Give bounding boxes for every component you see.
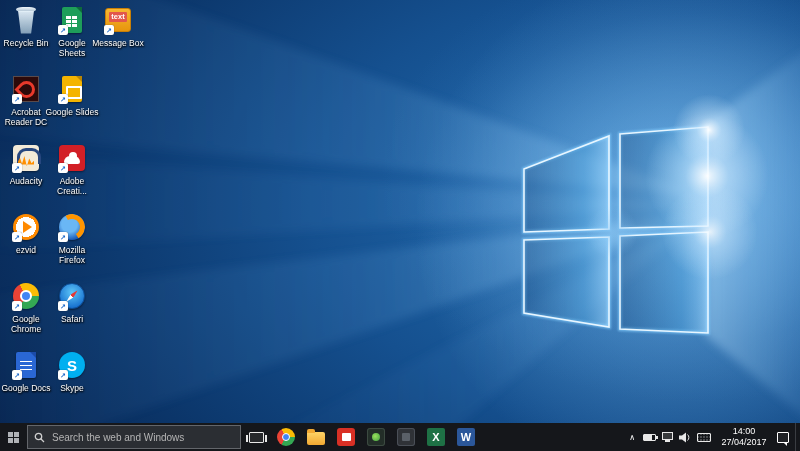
desktop-icon-label: Adobe Creati...: [45, 176, 99, 196]
show-desktop-button[interactable]: [795, 423, 799, 451]
action-center-button[interactable]: [777, 423, 789, 451]
desktop-icon-safari[interactable]: ↗ Safari: [49, 281, 95, 324]
shortcut-arrow-icon: ↗: [58, 370, 68, 380]
desktop-icon-label: Skype: [45, 383, 99, 393]
shortcut-arrow-icon: ↗: [104, 25, 114, 35]
task-view-button[interactable]: [241, 423, 271, 451]
clock-time: 14:00: [720, 426, 768, 437]
touch-keyboard-icon[interactable]: [697, 423, 711, 451]
network-icon[interactable]: [662, 423, 673, 451]
search-input[interactable]: [50, 431, 234, 444]
desktop-icon-recycle-bin[interactable]: Recycle Bin: [3, 5, 49, 48]
desktop-icon-label: Google Slides: [45, 107, 99, 117]
taskbar-app-file-explorer[interactable]: [301, 423, 331, 451]
desktop-icon-mozilla-firefox[interactable]: ↗ Mozilla Firefox: [49, 212, 95, 265]
search-icon: [34, 432, 45, 443]
taskbar-app-excel[interactable]: X: [421, 423, 451, 451]
taskbar-search[interactable]: [27, 425, 241, 449]
task-view-icon: [249, 432, 264, 443]
windows-desktop-screen: Recycle Bin ↗ Google Sheets text ↗ Messa…: [0, 0, 800, 451]
desktop[interactable]: Recycle Bin ↗ Google Sheets text ↗ Messa…: [0, 0, 800, 423]
wallpaper-flare: [586, 206, 638, 258]
desktop-icon-message-box[interactable]: text ↗ Message Box: [95, 5, 141, 48]
green-app-icon: [367, 428, 385, 446]
shortcut-arrow-icon: ↗: [12, 94, 22, 104]
shortcut-arrow-icon: ↗: [58, 25, 68, 35]
desktop-icon-label: Message Box: [91, 38, 145, 48]
desktop-icon-google-sheets[interactable]: ↗ Google Sheets: [49, 5, 95, 58]
taskbar-app-green[interactable]: [361, 423, 391, 451]
desktop-icon-audacity[interactable]: ↗ Audacity: [3, 143, 49, 186]
word-icon: W: [457, 428, 475, 446]
desktop-icon-google-slides[interactable]: ↗ Google Slides: [49, 74, 95, 117]
action-center-icon: [777, 432, 789, 443]
desktop-icon-skype[interactable]: S ↗ Skype: [49, 350, 95, 393]
chrome-icon: [277, 428, 295, 446]
windows-start-icon: [8, 432, 19, 443]
taskbar: X W ∧ 14:00 27/04/2017: [0, 423, 800, 451]
taskbar-clock[interactable]: 14:00 27/04/2017: [720, 426, 768, 449]
taskbar-app-chrome[interactable]: [271, 423, 301, 451]
shortcut-arrow-icon: ↗: [12, 232, 22, 242]
folder-icon: [307, 432, 325, 445]
hidden-icons-chevron-icon[interactable]: ∧: [627, 423, 637, 451]
shortcut-arrow-icon: ↗: [12, 370, 22, 380]
desktop-icon-label: Mozilla Firefox: [45, 245, 99, 265]
red-app-icon: [337, 428, 355, 446]
desktop-icon-google-chrome[interactable]: ↗ Google Chrome: [3, 281, 49, 334]
taskbar-app-red[interactable]: [331, 423, 361, 451]
shortcut-arrow-icon: ↗: [12, 301, 22, 311]
shortcut-arrow-icon: ↗: [12, 163, 22, 173]
dark-app-icon: [397, 428, 415, 446]
wallpaper-flare: [673, 94, 745, 166]
wallpaper: [0, 0, 800, 423]
desktop-icon-acrobat-reader-dc[interactable]: ↗ Acrobat Reader DC: [3, 74, 49, 127]
shortcut-arrow-icon: ↗: [58, 301, 68, 311]
start-button[interactable]: [0, 423, 27, 451]
taskbar-app-dark[interactable]: [391, 423, 421, 451]
desktop-icon-google-docs[interactable]: ↗ Google Docs: [3, 350, 49, 393]
speaker-icon: [679, 432, 691, 443]
desktop-icon-label: Safari: [45, 314, 99, 324]
system-tray: ∧ 14:00 27/04/2017: [627, 423, 800, 451]
excel-icon: X: [427, 428, 445, 446]
clock-date: 27/04/2017: [720, 437, 768, 448]
volume-icon[interactable]: [679, 423, 691, 451]
desktop-icon-adobe-creative-cloud[interactable]: ↗ Adobe Creati...: [49, 143, 95, 196]
battery-icon[interactable]: [643, 423, 656, 451]
shortcut-arrow-icon: ↗: [58, 163, 68, 173]
shortcut-arrow-icon: ↗: [58, 94, 68, 104]
wallpaper-flare: [662, 184, 758, 280]
recycle-bin-icon: [15, 7, 37, 34]
taskbar-app-word[interactable]: W: [451, 423, 481, 451]
shortcut-arrow-icon: ↗: [58, 232, 68, 242]
desktop-icon-ezvid[interactable]: ↗ ezvid: [3, 212, 49, 255]
